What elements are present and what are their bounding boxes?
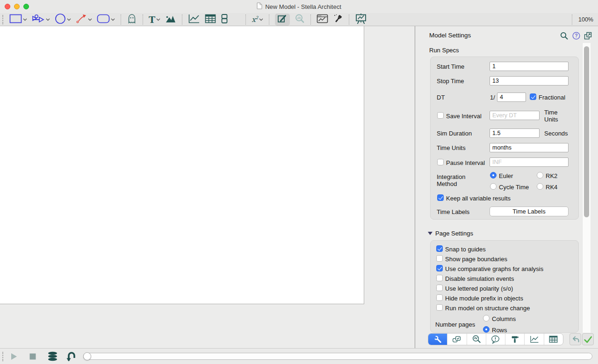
number-pages-columns-radio[interactable] [483, 315, 490, 321]
tab-graph[interactable] [525, 334, 544, 345]
stop-time-input[interactable] [490, 76, 569, 86]
disable-simulation-events-checkbox[interactable] [436, 275, 443, 281]
model-settings-panel: Model Settings ? Run Specs Start Time St… [415, 26, 598, 348]
tab-style[interactable] [505, 334, 525, 345]
toolbar-separator [182, 14, 182, 25]
lettered-polarity-checkbox[interactable] [436, 285, 443, 291]
interface-window-icon [317, 14, 328, 25]
tab-behavior[interactable] [447, 334, 467, 345]
scrollbar-thumb[interactable] [584, 46, 589, 217]
paint-roller-icon [511, 335, 519, 344]
pause-interval-input[interactable] [490, 157, 569, 167]
converter-tool-button[interactable] [55, 14, 71, 26]
graph-tool-button[interactable] [188, 14, 200, 26]
fractional-label: Fractional [539, 94, 565, 101]
close-window-button[interactable] [5, 4, 10, 9]
tab-model-settings[interactable] [428, 334, 447, 345]
dt-input[interactable] [497, 93, 526, 102]
flow-tool-button[interactable] [32, 14, 50, 26]
data-manager-icon [47, 351, 58, 361]
toolbar-drag-handle[interactable] [2, 15, 4, 24]
model-canvas[interactable] [0, 26, 364, 304]
disable-simulation-events-label: Disable simulation events [445, 275, 514, 282]
pause-interval-checkbox[interactable] [437, 159, 444, 165]
slider-knob[interactable] [83, 352, 91, 360]
zoom-level[interactable]: 100% [578, 16, 593, 23]
search-icon[interactable] [560, 32, 568, 41]
time-units-input[interactable] [490, 143, 569, 152]
data-manager-button[interactable] [47, 351, 58, 361]
presentation-tool-button[interactable] [355, 14, 367, 26]
page-settings-group: Snap to guides Show page boundaries Use … [430, 240, 579, 333]
run-on-structure-change-checkbox[interactable] [436, 304, 443, 311]
explore-mode-button[interactable] [295, 14, 305, 26]
window-title: New Model - Stella Architect [265, 3, 341, 10]
numeric-display-tool-button[interactable] [221, 14, 228, 26]
tab-table[interactable] [544, 334, 563, 345]
start-time-input[interactable] [490, 62, 569, 71]
zoom-window-button[interactable] [23, 4, 29, 9]
equation-tool-button[interactable]: x2 [252, 14, 263, 26]
integration-rk4-label: RK4 [546, 184, 557, 191]
page-settings-title[interactable]: Page Settings [435, 230, 473, 237]
tab-annotation[interactable] [486, 334, 505, 345]
keep-all-results-checkbox[interactable] [437, 194, 444, 201]
undo-button[interactable] [569, 333, 581, 345]
runbar-drag-handle[interactable] [2, 352, 4, 361]
toolbar-separator [245, 14, 246, 25]
stop-button[interactable] [29, 353, 36, 360]
page-settings-disclosure-triangle[interactable] [428, 232, 432, 235]
save-interval-input[interactable] [490, 111, 540, 120]
run-button[interactable] [11, 353, 17, 360]
svg-text:?: ? [575, 33, 577, 38]
stock-tool-button[interactable] [9, 14, 27, 26]
integration-euler-radio[interactable] [490, 172, 497, 178]
save-interval-checkbox[interactable] [437, 112, 444, 119]
chevron-down-icon[interactable] [156, 18, 160, 21]
minimize-window-button[interactable] [14, 4, 20, 9]
chevron-down-icon[interactable] [46, 18, 50, 21]
chevron-down-icon[interactable] [259, 18, 263, 21]
open-in-window-icon[interactable] [584, 32, 592, 41]
fractional-checkbox[interactable] [530, 93, 536, 100]
connector-tool-button[interactable] [76, 14, 92, 26]
confirm-button[interactable] [582, 333, 594, 345]
text-tool-icon: T [149, 15, 155, 24]
run-specs-title: Run Specs [429, 47, 459, 54]
chevron-down-icon[interactable] [67, 18, 71, 21]
ghost-tool-icon [127, 14, 137, 25]
time-labels-label: Time Labels [437, 208, 469, 215]
chevron-down-icon[interactable] [23, 18, 27, 21]
show-page-boundaries-checkbox[interactable] [436, 255, 443, 262]
time-labels-button[interactable]: Time Labels [490, 207, 569, 216]
stop-icon [29, 353, 36, 360]
help-icon[interactable]: ? [572, 32, 580, 41]
dt-label: DT [437, 94, 445, 101]
graphics-frame-tool-button[interactable] [165, 14, 176, 26]
stella-architect-window: New Model - Stella Architect [0, 0, 598, 364]
panel-scrollbar[interactable] [582, 43, 591, 333]
hide-module-prefix-checkbox[interactable] [436, 294, 443, 301]
table-tool-button[interactable] [205, 14, 216, 26]
integration-cycle-time-radio[interactable] [490, 183, 497, 190]
chevron-down-icon[interactable] [111, 18, 115, 21]
number-pages-rows-radio[interactable] [483, 326, 490, 333]
comparative-graphs-checkbox[interactable] [436, 265, 443, 271]
integration-rk2-radio[interactable] [537, 172, 543, 178]
edit-mode-button[interactable] [275, 14, 290, 26]
confirm-check-icon [584, 335, 592, 343]
ghost-tool-button[interactable] [127, 14, 137, 26]
simulation-time-slider[interactable] [83, 353, 592, 360]
pause-interval-label: Pause Interval [446, 159, 485, 166]
module-tool-button[interactable] [97, 14, 115, 26]
restore-button[interactable] [65, 351, 77, 362]
tab-analysis[interactable] [467, 334, 486, 345]
sim-duration-input[interactable] [490, 128, 540, 138]
chevron-down-icon[interactable] [88, 18, 92, 21]
interface-window-button[interactable] [317, 14, 328, 26]
text-tool-button[interactable]: T [149, 14, 160, 26]
flashlight-tool-button[interactable] [333, 14, 343, 26]
integration-rk4-radio[interactable] [537, 183, 543, 190]
presentation-tool-icon [355, 13, 367, 26]
snap-to-guides-checkbox[interactable] [436, 245, 443, 252]
